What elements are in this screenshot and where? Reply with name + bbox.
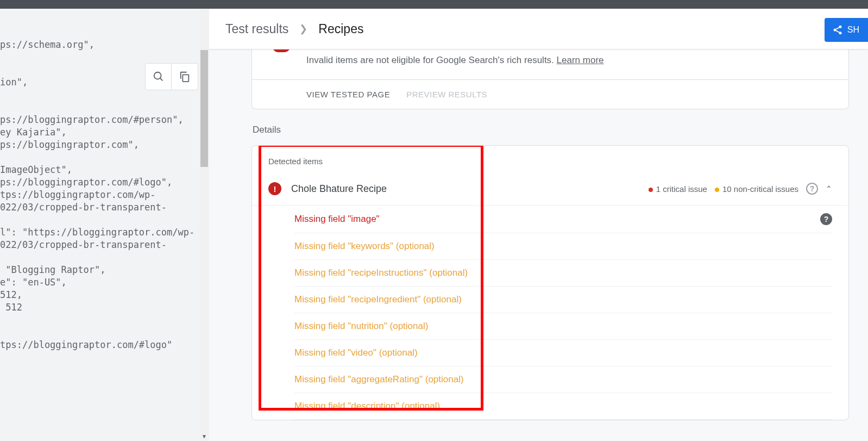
issue-row[interactable]: Missing field "image"? xyxy=(294,206,832,233)
svg-point-5 xyxy=(839,32,841,34)
issue-row[interactable]: Missing field "recipeInstructions" (opti… xyxy=(294,260,832,287)
code-toolbar xyxy=(145,63,198,90)
source-code-panel: ps://schema.org", ion", ps://bloggingrap… xyxy=(0,9,209,441)
critical-issue-count: 1 critical issue xyxy=(649,184,707,194)
error-icon xyxy=(273,49,290,52)
help-icon[interactable]: ? xyxy=(820,213,832,225)
help-icon[interactable]: ? xyxy=(806,183,818,195)
issue-row[interactable]: Missing field "aggregateRating" (optiona… xyxy=(294,367,832,393)
details-heading: Details xyxy=(253,125,849,135)
card-actions: VIEW TESTED PAGE PREVIEW RESULTS xyxy=(252,79,848,109)
page-header: Test results ❯ Recipes SH xyxy=(209,9,868,49)
issue-stats: 1 critical issue 10 non-critical issues … xyxy=(649,183,832,195)
search-icon xyxy=(153,71,165,83)
issue-text: Missing field "description" (optional) xyxy=(294,401,440,412)
issue-text: Missing field "keywords" (optional) xyxy=(294,241,435,252)
issue-text: Missing field "aggregateRating" (optiona… xyxy=(294,374,464,385)
window-top-bar xyxy=(0,0,868,9)
issue-text: Missing field "recipeInstructions" (opti… xyxy=(294,268,468,278)
eligibility-message-row: Invalid items are not eligible for Googl… xyxy=(252,49,848,79)
main-container: ps://schema.org", ion", ps://bloggingrap… xyxy=(0,9,868,441)
noncritical-issue-count: 10 non-critical issues xyxy=(715,184,798,194)
breadcrumb-current: Recipes xyxy=(318,22,363,36)
svg-line-1 xyxy=(160,78,162,81)
issue-row[interactable]: Missing field "nutrition" (optional) xyxy=(294,313,832,340)
issue-text: Missing field "video" (optional) xyxy=(294,347,418,358)
detected-items-label: Detected items xyxy=(252,146,848,172)
view-tested-page-button[interactable]: VIEW TESTED PAGE xyxy=(306,90,390,99)
svg-point-0 xyxy=(154,72,161,79)
preview-results-button: PREVIEW RESULTS xyxy=(406,90,487,99)
red-dot-icon xyxy=(649,188,653,192)
issue-text: Missing field "image" xyxy=(294,214,380,225)
scroll-down-icon[interactable]: ▼ xyxy=(199,431,209,441)
svg-rect-2 xyxy=(183,74,188,82)
issue-row[interactable]: Missing field "recipeIngredient" (option… xyxy=(294,287,832,313)
eligibility-card: Invalid items are not eligible for Googl… xyxy=(251,49,849,109)
issue-list: Missing field "image"?Missing field "key… xyxy=(252,206,848,420)
details-card: Detected items ! Chole Bhature Recipe 1 … xyxy=(251,145,849,420)
scrollbar-thumb[interactable] xyxy=(200,50,208,167)
detected-item-row[interactable]: ! Chole Bhature Recipe 1 critical issue … xyxy=(252,172,848,206)
share-label: SH xyxy=(847,25,859,35)
search-code-button[interactable] xyxy=(146,64,172,90)
issue-text: Missing field "nutrition" (optional) xyxy=(294,321,428,332)
copy-icon xyxy=(179,71,191,83)
code-scrollbar[interactable]: ▲ ▼ xyxy=(199,9,209,441)
detected-item-title: Chole Bhature Recipe xyxy=(291,183,639,195)
results-panel: Test results ❯ Recipes SH Invalid items … xyxy=(209,9,868,441)
breadcrumb-root[interactable]: Test results xyxy=(225,22,288,36)
share-button[interactable]: SH xyxy=(825,18,868,42)
share-icon xyxy=(832,24,843,35)
collapse-icon[interactable]: ⌃ xyxy=(826,184,832,193)
issue-row[interactable]: Missing field "video" (optional) xyxy=(294,340,832,367)
breadcrumb: Test results ❯ Recipes xyxy=(225,22,363,36)
issue-row[interactable]: Missing field "description" (optional) xyxy=(294,393,832,420)
svg-point-4 xyxy=(833,29,836,32)
issue-row[interactable]: Missing field "keywords" (optional) xyxy=(294,233,832,260)
learn-more-link[interactable]: Learn more xyxy=(557,55,604,65)
chevron-right-icon: ❯ xyxy=(299,23,307,35)
error-badge-icon: ! xyxy=(268,182,281,195)
copy-code-button[interactable] xyxy=(172,64,198,90)
svg-point-3 xyxy=(839,26,841,28)
eligibility-message: Invalid items are not eligible for Googl… xyxy=(306,55,557,65)
content-area: Invalid items are not eligible for Googl… xyxy=(209,49,868,441)
code-snippet[interactable]: ps://schema.org", ion", ps://bloggingrap… xyxy=(0,9,209,362)
orange-dot-icon xyxy=(715,188,719,192)
issue-text: Missing field "recipeIngredient" (option… xyxy=(294,294,462,305)
